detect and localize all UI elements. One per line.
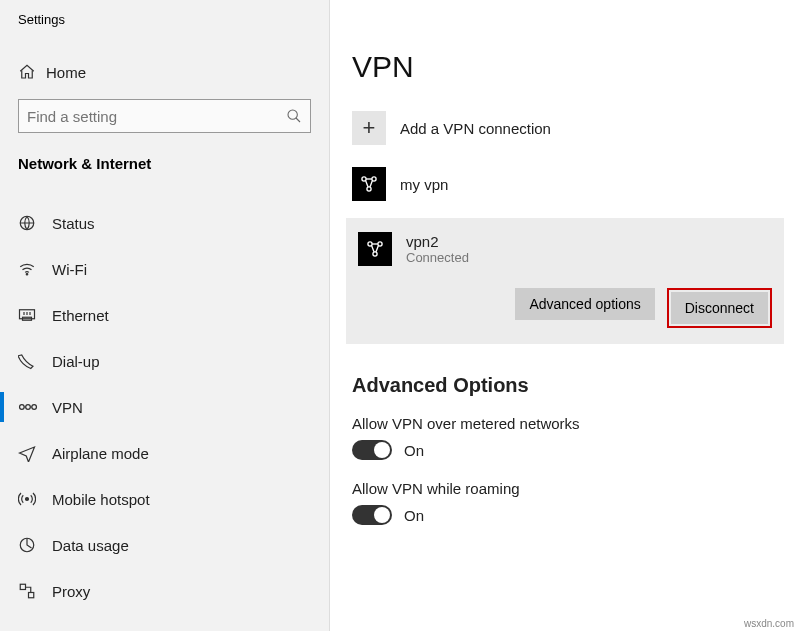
home-icon xyxy=(18,63,46,81)
status-icon xyxy=(18,214,52,232)
svg-line-1 xyxy=(296,118,300,122)
sidebar-item-airplane[interactable]: Airplane mode xyxy=(0,430,329,476)
svg-point-24 xyxy=(368,242,372,246)
toggle-metered[interactable] xyxy=(352,440,392,460)
svg-line-28 xyxy=(376,246,379,253)
sidebar-item-label: Proxy xyxy=(52,583,90,600)
vpn-item-selected[interactable]: vpn2 Connected Advanced options Disconne… xyxy=(346,218,784,344)
sidebar-item-label: Status xyxy=(52,215,95,232)
search-input[interactable] xyxy=(27,108,286,125)
vpn-item-name: my vpn xyxy=(400,176,448,193)
sidebar-item-label: Ethernet xyxy=(52,307,109,324)
sidebar-item-label: Data usage xyxy=(52,537,129,554)
add-vpn-label: Add a VPN connection xyxy=(400,120,551,137)
sidebar-item-wifi[interactable]: Wi-Fi xyxy=(0,246,329,292)
svg-line-27 xyxy=(372,246,375,253)
advanced-options-button[interactable]: Advanced options xyxy=(515,288,654,320)
search-icon xyxy=(286,108,302,124)
sidebar-item-status[interactable]: Status xyxy=(0,200,329,246)
sidebar-item-datausage[interactable]: Data usage xyxy=(0,522,329,568)
vpn-item-status: Connected xyxy=(406,250,469,265)
ethernet-icon xyxy=(18,308,52,322)
sidebar-item-dialup[interactable]: Dial-up xyxy=(0,338,329,384)
hotspot-icon xyxy=(18,490,52,508)
add-vpn-row[interactable]: + Add a VPN connection xyxy=(352,106,784,150)
airplane-icon xyxy=(18,444,52,462)
svg-point-25 xyxy=(378,242,382,246)
svg-point-9 xyxy=(20,405,25,410)
svg-point-11 xyxy=(32,405,37,410)
option-metered-label: Allow VPN over metered networks xyxy=(352,415,784,432)
sidebar-item-vpn[interactable]: VPN xyxy=(0,384,329,430)
svg-line-21 xyxy=(366,181,369,188)
app-title: Settings xyxy=(18,12,329,27)
toggle-metered-state: On xyxy=(404,442,424,459)
svg-rect-17 xyxy=(29,593,34,598)
sidebar-item-label: Airplane mode xyxy=(52,445,149,462)
page-title: VPN xyxy=(352,50,784,84)
proxy-icon xyxy=(18,582,52,600)
sidebar-item-label: Mobile hotspot xyxy=(52,491,150,508)
attribution: wsxdn.com xyxy=(744,618,794,629)
svg-line-22 xyxy=(370,181,373,188)
disconnect-button[interactable]: Disconnect xyxy=(671,292,768,324)
search-box[interactable] xyxy=(18,99,311,133)
vpn-item-name: vpn2 xyxy=(406,233,469,250)
svg-point-10 xyxy=(26,405,31,410)
nav-list: Status Wi-Fi Ethernet Dial-up xyxy=(0,200,329,614)
wifi-icon xyxy=(18,260,52,278)
sidebar-home[interactable]: Home xyxy=(18,63,329,81)
toggle-roaming-state: On xyxy=(404,507,424,524)
svg-point-18 xyxy=(362,177,366,181)
sidebar-item-proxy[interactable]: Proxy xyxy=(0,568,329,614)
svg-rect-16 xyxy=(20,584,25,589)
datausage-icon xyxy=(18,536,52,554)
main-content: VPN + Add a VPN connection my vpn vpn2 C… xyxy=(330,0,800,631)
sidebar-item-label: Wi-Fi xyxy=(52,261,87,278)
section-header: Network & Internet xyxy=(18,155,311,172)
vpn-item[interactable]: my vpn xyxy=(352,162,784,206)
network-icon xyxy=(358,232,392,266)
home-label: Home xyxy=(46,64,86,81)
sidebar-item-hotspot[interactable]: Mobile hotspot xyxy=(0,476,329,522)
network-icon xyxy=(352,167,386,201)
svg-point-19 xyxy=(372,177,376,181)
svg-point-0 xyxy=(288,110,297,119)
advanced-options-heading: Advanced Options xyxy=(352,374,784,397)
toggle-roaming[interactable] xyxy=(352,505,392,525)
dialup-icon xyxy=(18,352,52,370)
sidebar-item-label: Dial-up xyxy=(52,353,100,370)
highlight-box: Disconnect xyxy=(667,288,772,328)
sidebar: Settings Home Network & Internet Status xyxy=(0,0,330,631)
option-roaming-label: Allow VPN while roaming xyxy=(352,480,784,497)
svg-point-3 xyxy=(26,274,28,276)
plus-icon: + xyxy=(352,111,386,145)
vpn-icon xyxy=(18,400,52,414)
sidebar-item-label: VPN xyxy=(52,399,83,416)
svg-point-14 xyxy=(26,498,29,501)
sidebar-item-ethernet[interactable]: Ethernet xyxy=(0,292,329,338)
